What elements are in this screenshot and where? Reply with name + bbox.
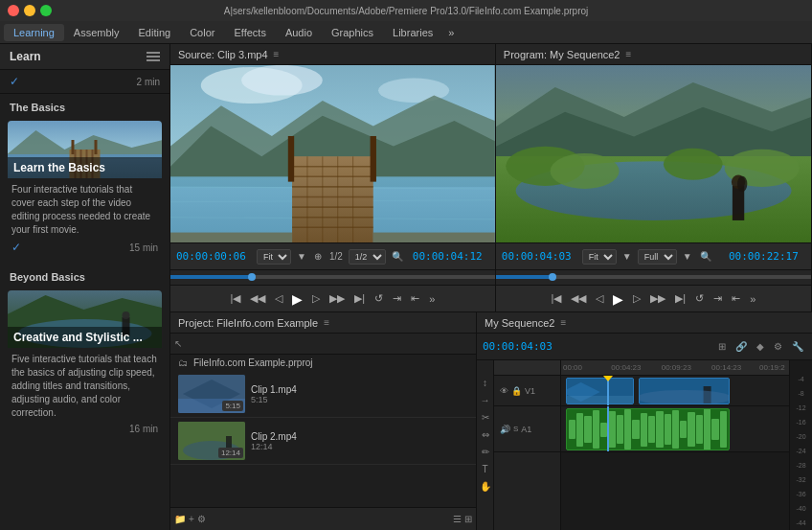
- timeline-settings-icon[interactable]: ⚙: [771, 340, 785, 353]
- timeline-tracks-area[interactable]: 00:00 00:04:23 00:09:23 00:14:23 00:19:2: [561, 360, 789, 530]
- source-add-icon[interactable]: ⊕: [312, 250, 324, 263]
- svg-rect-25: [292, 156, 373, 242]
- tab-audio[interactable]: Audio: [276, 24, 322, 41]
- tab-assembly[interactable]: Assembly: [64, 24, 129, 41]
- tab-learning[interactable]: Learning: [4, 24, 64, 41]
- source-scrubber-track[interactable]: [170, 275, 495, 279]
- program-timecode-end: 00:00:22:17: [729, 250, 805, 263]
- source-step-back-icon[interactable]: |◀: [227, 290, 243, 307]
- basics-card[interactable]: Learn the Basics Four interactive tutori…: [8, 121, 162, 260]
- audio-clip-1[interactable]: [566, 408, 730, 450]
- program-scrubber-track[interactable]: [496, 275, 811, 279]
- project-panel-menu-icon[interactable]: ≡: [324, 317, 329, 328]
- tab-effects[interactable]: Effects: [224, 24, 275, 41]
- window-controls[interactable]: [8, 5, 52, 16]
- basics-card-footer: ✓ 15 min: [8, 239, 162, 260]
- db-minus36: -36: [796, 491, 805, 497]
- clip-1-info: Clip 1.mp4 5:15: [251, 384, 468, 404]
- source-playhead[interactable]: [248, 273, 256, 281]
- source-mark-in-icon[interactable]: ⇥: [390, 290, 404, 307]
- project-settings-icon[interactable]: ⚙: [197, 514, 206, 524]
- source-mark-out-icon[interactable]: ⇤: [408, 290, 422, 307]
- creative-card[interactable]: Creative and Stylistic ... Five interact…: [8, 290, 162, 440]
- program-step-fwd-icon[interactable]: ▶|: [672, 290, 688, 307]
- program-mark-in-icon[interactable]: ⇥: [710, 290, 725, 307]
- program-playhead[interactable]: [549, 273, 556, 281]
- db-minus16: -16: [796, 419, 805, 426]
- close-button[interactable]: [8, 5, 19, 16]
- clip-item-2[interactable]: 12:14 Clip 2.mp4 12:14: [170, 418, 476, 465]
- select-tool-icon[interactable]: ↖: [174, 338, 182, 349]
- timeline-wrench-icon[interactable]: 🔧: [789, 340, 806, 353]
- tab-libraries[interactable]: Libraries: [383, 24, 442, 41]
- pen-icon[interactable]: ✏: [480, 445, 491, 459]
- source-scrubber[interactable]: [170, 269, 495, 285]
- text-tool-icon[interactable]: T: [480, 462, 489, 476]
- timeline-link-icon[interactable]: 🔗: [733, 340, 750, 353]
- list-view-icon[interactable]: ☰: [453, 514, 462, 524]
- timeline-menu-icon[interactable]: ≡: [560, 317, 566, 328]
- program-panel-title: Program: My Sequence2: [504, 49, 620, 60]
- razor-icon[interactable]: ✂: [480, 410, 491, 425]
- icon-view-icon[interactable]: ⊞: [464, 514, 472, 524]
- program-loop-icon[interactable]: ↺: [692, 290, 707, 307]
- hand-tool-icon[interactable]: ✋: [478, 479, 493, 494]
- source-controls-bar: |◀ ◀◀ ◁ ▶ ▷ ▶▶ ▶| ↺ ⇥ ⇤ »: [170, 285, 495, 311]
- source-step-fwd-icon[interactable]: ▶|: [351, 290, 368, 307]
- program-mark-out-icon[interactable]: ⇤: [729, 290, 743, 307]
- program-step-back-icon[interactable]: |◀: [548, 290, 564, 307]
- clip-1-name: Clip 1.mp4: [251, 384, 468, 395]
- track-a1-mute-icon[interactable]: 🔊: [500, 425, 510, 434]
- tab-graphics[interactable]: Graphics: [322, 24, 383, 41]
- program-play-button[interactable]: ▶: [610, 289, 626, 309]
- source-fraction-select[interactable]: 1/2: [349, 249, 386, 265]
- source-step-frame-fwd-icon[interactable]: ▷: [309, 290, 323, 307]
- ruler-mark-4: 00:19:2: [759, 363, 785, 372]
- track-row-a1[interactable]: [561, 406, 789, 452]
- timeline-snap-icon[interactable]: ⊞: [715, 340, 729, 353]
- ripple-edit-icon[interactable]: ↕: [481, 376, 489, 390]
- maximize-button[interactable]: [40, 5, 52, 16]
- clip-item-1[interactable]: 5:15 Clip 1.mp4 5:15: [170, 371, 476, 418]
- source-more-icon[interactable]: »: [426, 291, 438, 307]
- program-fit-select[interactable]: Fit: [582, 249, 617, 265]
- timeline-marker-icon[interactable]: ◆: [754, 340, 767, 353]
- source-back-icon[interactable]: ◀◀: [247, 290, 268, 307]
- new-item-icon[interactable]: +: [189, 514, 194, 524]
- program-fwd-icon[interactable]: ▶▶: [647, 290, 668, 307]
- source-fwd-icon[interactable]: ▶▶: [327, 290, 348, 307]
- video-clip-1[interactable]: [566, 378, 634, 404]
- source-step-frame-back-icon[interactable]: ◁: [272, 290, 285, 307]
- learn-item-completed[interactable]: ✓ 2 min: [0, 70, 169, 94]
- tab-editing[interactable]: Editing: [129, 24, 181, 41]
- source-fit-select[interactable]: Fit: [257, 249, 291, 265]
- new-bin-icon[interactable]: 📁: [174, 514, 186, 524]
- program-controls-bar: |◀ ◀◀ ◁ ▶ ▷ ▶▶ ▶| ↺ ⇥ ⇤ »: [496, 285, 811, 311]
- minimize-button[interactable]: [24, 5, 35, 16]
- tab-color[interactable]: Color: [180, 24, 224, 41]
- program-step-frame-back-icon[interactable]: ◁: [593, 290, 606, 307]
- track-v1-lock-icon[interactable]: 🔒: [511, 386, 522, 396]
- program-step-frame-fwd-icon[interactable]: ▷: [630, 290, 643, 307]
- more-tabs-button[interactable]: »: [442, 24, 460, 41]
- program-more-icon[interactable]: »: [747, 291, 758, 307]
- program-scrubber[interactable]: [496, 269, 811, 285]
- track-select-icon[interactable]: →: [479, 393, 492, 407]
- track-row-v1[interactable]: [561, 376, 789, 406]
- track-a1-solo-icon[interactable]: S: [513, 425, 518, 433]
- beyond-section-title: Beyond Basics: [0, 264, 169, 287]
- program-panel-menu-icon[interactable]: ≡: [625, 49, 631, 59]
- clip-2-thumbnail: 12:14: [178, 422, 245, 460]
- source-panel-menu-icon[interactable]: ≡: [274, 49, 280, 59]
- learn-menu-icon[interactable]: [147, 52, 160, 61]
- creative-card-description: Five interactive tutorials that teach th…: [8, 348, 162, 422]
- source-loop-icon[interactable]: ↺: [372, 290, 386, 307]
- source-play-button[interactable]: ▶: [289, 289, 305, 309]
- program-quality-select[interactable]: Full: [638, 249, 677, 265]
- video-clip-2[interactable]: [639, 378, 730, 404]
- program-video-preview: [496, 65, 811, 242]
- slip-icon[interactable]: ⇔: [480, 427, 491, 442]
- track-v1-eye-icon[interactable]: 👁: [500, 386, 508, 396]
- track-v1-label: V1: [525, 386, 535, 396]
- program-back-icon[interactable]: ◀◀: [568, 290, 589, 307]
